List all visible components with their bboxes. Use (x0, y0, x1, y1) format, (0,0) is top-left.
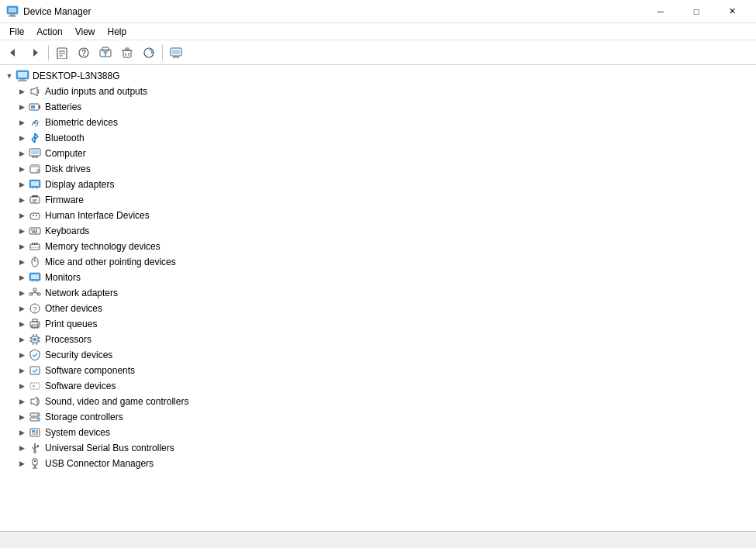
item-chevron (16, 116, 28, 129)
item-label: Storage controllers (45, 412, 123, 422)
svg-marker-4 (10, 49, 15, 57)
svg-line-75 (33, 281, 33, 282)
menu-file[interactable]: File (3, 25, 30, 39)
item-icon-network (28, 286, 42, 300)
back-icon (7, 47, 19, 59)
tree-item[interactable]: Security devices (0, 347, 756, 363)
svg-rect-62 (31, 229, 33, 231)
tree-item[interactable]: Processors (0, 332, 756, 347)
menu-help[interactable]: Help (102, 25, 133, 39)
tree-item[interactable]: Firmware (0, 192, 756, 208)
item-icon-biometric (28, 115, 42, 129)
svg-rect-63 (33, 229, 35, 231)
update-driver-button[interactable] (95, 43, 116, 63)
monitor-button[interactable] (166, 43, 186, 63)
close-button[interactable]: ✕ (714, 0, 750, 23)
tree-item[interactable]: Mice and other pointing devices (0, 254, 756, 270)
item-icon-monitor (28, 271, 42, 284)
item-label: Audio inputs and outputs (45, 86, 147, 97)
item-label: Memory technology devices (45, 241, 161, 252)
item-icon-hid (28, 209, 42, 222)
svg-point-59 (33, 215, 34, 216)
item-chevron (16, 271, 28, 284)
tree-item[interactable]: USB Connector Managers (0, 456, 756, 471)
svg-rect-68 (34, 243, 36, 245)
tree-item[interactable]: Biometric devices (0, 115, 756, 130)
tree-item[interactable]: Keyboards (0, 223, 756, 239)
item-chevron (16, 178, 28, 191)
svg-point-72 (33, 259, 35, 260)
tree-item[interactable]: Disk drives (0, 161, 756, 177)
item-label: Software devices (45, 381, 116, 391)
item-label: Bluetooth (45, 133, 85, 143)
item-icon-processor (28, 333, 42, 346)
item-icon-printer (28, 317, 42, 331)
item-chevron (16, 395, 28, 408)
svg-rect-55 (32, 195, 38, 197)
tree-item[interactable]: Network adapters (0, 285, 756, 301)
item-icon-bluetooth (28, 131, 42, 145)
properties-button[interactable] (52, 43, 72, 63)
item-label: Computer (45, 148, 86, 159)
item-label: Network adapters (45, 288, 118, 298)
tree-item[interactable]: Human Interface Devices (0, 208, 756, 223)
item-chevron (16, 411, 28, 423)
tree-item[interactable]: Universal Serial Bus controllers (0, 440, 756, 456)
tree-item[interactable]: Bluetooth (0, 130, 756, 146)
minimize-button[interactable]: ─ (643, 0, 678, 23)
app-icon (6, 5, 19, 18)
tree-item[interactable]: Memory technology devices (0, 239, 756, 254)
item-chevron (16, 163, 28, 175)
tree-item[interactable]: Software components (0, 363, 756, 378)
tree-item[interactable]: Monitors (0, 270, 756, 285)
item-icon-software (28, 364, 42, 377)
item-label: Other devices (45, 303, 102, 314)
tree-item[interactable]: Storage controllers (0, 409, 756, 425)
tree-item[interactable]: Batteries (0, 99, 756, 115)
item-icon-firmware (28, 193, 42, 207)
svg-rect-86 (33, 319, 37, 322)
svg-rect-2 (10, 14, 15, 16)
properties-icon (56, 47, 68, 59)
help-icon: ? (78, 47, 90, 59)
item-icon-display (28, 177, 42, 191)
back-button[interactable] (3, 43, 23, 63)
item-label: Print queues (45, 319, 97, 329)
menu-action[interactable]: Action (30, 25, 68, 39)
uninstall-button[interactable] (117, 43, 137, 63)
tree-item[interactable]: System devices (0, 425, 756, 440)
item-chevron (16, 364, 28, 377)
scan-changes-button[interactable] (139, 43, 159, 63)
item-chevron (16, 442, 28, 454)
svg-rect-30 (20, 79, 25, 81)
maximize-button[interactable]: □ (678, 0, 714, 23)
svg-point-117 (34, 451, 36, 453)
item-chevron (16, 457, 28, 470)
item-chevron (16, 426, 28, 439)
svg-rect-90 (33, 338, 36, 341)
item-chevron (16, 147, 28, 160)
svg-rect-31 (18, 81, 27, 82)
tree-item[interactable]: Audio inputs and outputs (0, 84, 756, 99)
menu-view[interactable]: View (69, 25, 102, 39)
item-icon-disk (28, 162, 42, 176)
tree-item[interactable]: Sound, video and game controllers (0, 394, 756, 409)
tree-root[interactable]: DESKTOP-L3N388G (0, 68, 756, 84)
item-chevron (16, 101, 28, 113)
tree-item[interactable]: Print queues (0, 316, 756, 332)
scan-changes-icon (143, 47, 155, 59)
main-content[interactable]: DESKTOP-L3N388G Audio inputs and outputs… (0, 65, 756, 531)
item-label: Universal Serial Bus controllers (45, 443, 174, 453)
svg-rect-66 (30, 244, 40, 250)
svg-point-49 (37, 170, 40, 172)
tree-item[interactable]: Computer (0, 146, 756, 161)
tree-item[interactable]: Display adapters (0, 177, 756, 192)
tree-item[interactable]: Software devices (0, 378, 756, 394)
help-button[interactable]: ? (74, 43, 94, 63)
svg-point-36 (33, 121, 36, 124)
item-chevron (16, 132, 28, 144)
forward-button[interactable] (25, 43, 45, 63)
item-icon-audio (28, 84, 42, 98)
item-chevron (16, 333, 28, 346)
tree-item[interactable]: ?Other devices (0, 301, 756, 316)
